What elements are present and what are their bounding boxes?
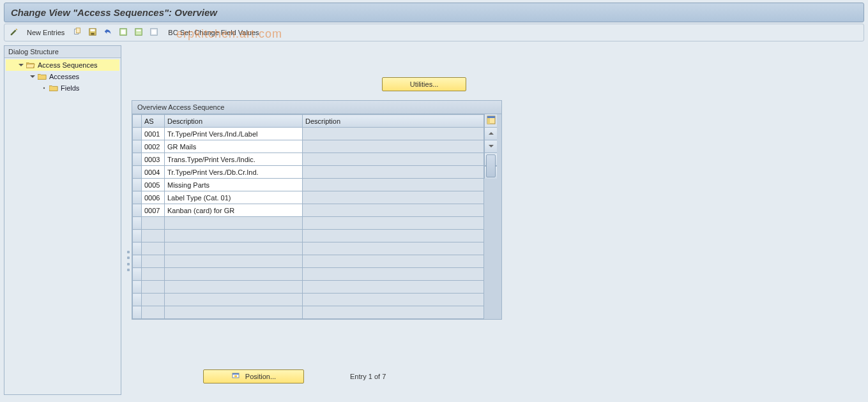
undo-icon — [103, 27, 112, 38]
select-block-button[interactable] — [132, 26, 146, 39]
scroll-thumb[interactable] — [486, 154, 496, 177]
col-header-desc2[interactable]: Description — [303, 115, 484, 128]
cell-as[interactable]: 0007 — [142, 204, 165, 217]
cell-desc2[interactable] — [303, 191, 484, 204]
copy-icon — [73, 27, 82, 38]
new-entries-button[interactable]: New Entries — [22, 26, 69, 39]
cell-desc1[interactable] — [165, 281, 303, 294]
cell-desc1[interactable]: Tr.Type/Print Vers./Db.Cr.Ind. — [165, 166, 303, 179]
cell-as[interactable] — [142, 281, 165, 294]
cell-desc2[interactable] — [303, 230, 484, 242]
scroll-fast-down-button[interactable] — [485, 140, 497, 153]
copy-button[interactable] — [70, 26, 84, 39]
svg-rect-14 — [487, 116, 495, 118]
cell-as[interactable] — [142, 217, 165, 230]
scroll-up-button[interactable] — [485, 128, 497, 140]
row-selector[interactable] — [133, 179, 142, 191]
row-selector[interactable] — [133, 204, 142, 217]
main-area: Utilities... Overview Access Sequence AS… — [126, 45, 864, 395]
cell-desc2[interactable] — [303, 268, 484, 281]
cell-desc1[interactable]: Tr.Type/Print Vers./Ind./Label — [165, 128, 303, 140]
tree-node-fields[interactable]: Fields — [6, 82, 119, 94]
cell-desc1[interactable]: Missing Parts — [165, 179, 303, 191]
position-button[interactable]: Position... — [203, 369, 304, 383]
svg-rect-3 — [91, 33, 95, 35]
cell-as[interactable]: 0002 — [142, 140, 165, 153]
cell-desc1[interactable] — [165, 294, 303, 306]
cell-as[interactable] — [142, 268, 165, 281]
svg-rect-8 — [137, 30, 141, 32]
save-icon — [88, 27, 97, 38]
bc-set-button[interactable]: BC Set: Change Field Values — [162, 26, 264, 39]
content-area: Dialog Structure Access Sequences Access… — [4, 45, 864, 395]
cell-desc1[interactable] — [165, 217, 303, 230]
folder-open-icon — [26, 61, 35, 69]
cell-desc2[interactable] — [303, 204, 484, 217]
cell-desc2[interactable] — [303, 255, 484, 268]
collapse-icon[interactable] — [29, 73, 36, 80]
cell-as[interactable]: 0001 — [142, 128, 165, 140]
row-selector[interactable] — [133, 306, 142, 319]
cell-desc2[interactable] — [303, 153, 484, 166]
cell-as[interactable]: 0004 — [142, 166, 165, 179]
deselect-all-button[interactable] — [147, 26, 161, 39]
row-selector[interactable] — [133, 128, 142, 140]
row-selector[interactable] — [133, 191, 142, 204]
cell-as[interactable]: 0005 — [142, 179, 165, 191]
cell-desc2[interactable] — [303, 140, 484, 153]
row-selector[interactable] — [133, 166, 142, 179]
cell-desc2[interactable] — [303, 281, 484, 294]
dialog-structure-header: Dialog Structure — [4, 46, 121, 58]
configure-columns-button[interactable] — [485, 114, 497, 128]
cell-desc1[interactable]: Label Type (Cat. 01) — [165, 191, 303, 204]
table-header-row: AS Description Description — [133, 115, 484, 128]
chevron-up-icon — [488, 130, 494, 138]
cell-desc2[interactable] — [303, 306, 484, 319]
row-selector[interactable] — [133, 294, 142, 306]
dialog-structure-panel: Dialog Structure Access Sequences Access… — [4, 45, 121, 395]
svg-rect-7 — [135, 29, 142, 36]
row-selector[interactable] — [133, 153, 142, 166]
cell-as[interactable] — [142, 242, 165, 255]
cell-desc1[interactable] — [165, 242, 303, 255]
row-selector[interactable] — [133, 255, 142, 268]
cell-desc2[interactable] — [303, 294, 484, 306]
table-row: 0001Tr.Type/Print Vers./Ind./Label — [133, 128, 484, 140]
delete-button[interactable] — [86, 26, 100, 39]
cell-as[interactable]: 0003 — [142, 153, 165, 166]
cell-as[interactable] — [142, 306, 165, 319]
select-all-button[interactable] — [116, 26, 130, 39]
cell-desc1[interactable] — [165, 306, 303, 319]
undo-button[interactable] — [101, 26, 115, 39]
row-selector[interactable] — [133, 281, 142, 294]
row-selector[interactable] — [133, 217, 142, 230]
row-selector[interactable] — [133, 140, 142, 153]
toggle-mode-button[interactable] — [7, 26, 21, 39]
row-selector[interactable] — [133, 268, 142, 281]
row-selector[interactable] — [133, 230, 142, 242]
cell-as[interactable] — [142, 230, 165, 242]
cell-desc2[interactable] — [303, 217, 484, 230]
cell-as[interactable] — [142, 255, 165, 268]
row-selector-header[interactable] — [133, 115, 142, 128]
cell-desc2[interactable] — [303, 166, 484, 179]
cell-desc2[interactable] — [303, 179, 484, 191]
cell-desc1[interactable]: Kanban (card) for GR — [165, 204, 303, 217]
cell-as[interactable]: 0006 — [142, 191, 165, 204]
cell-desc1[interactable]: GR Mails — [165, 140, 303, 153]
cell-desc2[interactable] — [303, 128, 484, 140]
col-header-desc1[interactable]: Description — [165, 115, 303, 128]
row-selector[interactable] — [133, 242, 142, 255]
cell-desc2[interactable] — [303, 242, 484, 255]
cell-as[interactable] — [142, 294, 165, 306]
cell-desc1[interactable] — [165, 268, 303, 281]
cell-desc1[interactable] — [165, 255, 303, 268]
col-header-as[interactable]: AS — [142, 115, 165, 128]
tree-node-accesses[interactable]: Accesses — [6, 71, 119, 82]
tree-node-access-sequences[interactable]: Access Sequences — [6, 59, 119, 71]
table-row: 0004Tr.Type/Print Vers./Db.Cr.Ind. — [133, 166, 484, 179]
cell-desc1[interactable]: Trans.Type/Print Vers./Indic. — [165, 153, 303, 166]
utilities-button[interactable]: Utilities... — [382, 77, 466, 91]
cell-desc1[interactable] — [165, 230, 303, 242]
collapse-icon[interactable] — [17, 61, 25, 69]
